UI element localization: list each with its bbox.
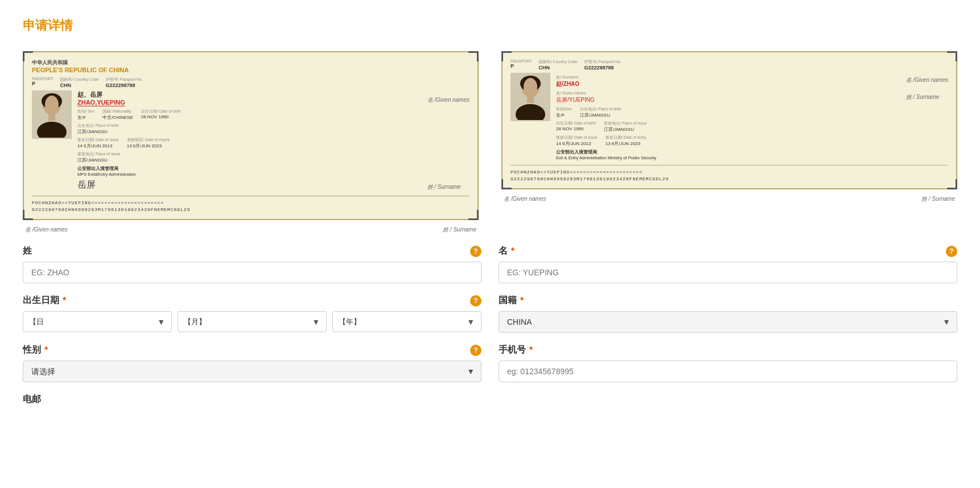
passport-country-code-block: 国家码/ Country Code CHN (60, 77, 98, 88)
form-group-email: 电邮 (23, 394, 481, 410)
form-group-gender: 性别 * ? 请选择 男/Male 女/Female ▼ (23, 344, 481, 382)
passport-header-left: 中华人民共和国 PEOPLE'S REPUBLIC OF CHINA (32, 59, 470, 73)
republic-label: 中华人民共和国 PEOPLE'S REPUBLIC OF CHINA (32, 59, 470, 73)
svg-point-8 (516, 104, 545, 120)
corner-tr-r (947, 51, 957, 61)
nationality-select-wrapper: CHINA OTHER ▼ (499, 311, 957, 333)
form-group-nationality: 国籍 * CHINA OTHER ▼ (499, 295, 957, 333)
passport-labels-below-left: 名 /Given names 姓 / Surname (23, 226, 479, 234)
passport-photo-right (510, 73, 550, 121)
date-selects: 【日 12345 678910 1112131415 1617181920 21… (23, 311, 481, 332)
corner-tr (468, 51, 479, 61)
passport-mrz-right: POCHNZHAO<<YUEPING<<<<<<<<<<<<<<<<<<<<<<… (510, 165, 948, 183)
passport-no-block: 护照号/ Passport No. G222298788 (106, 77, 143, 88)
surname-input[interactable] (23, 262, 481, 283)
nationality-label: 国籍 * (499, 295, 957, 307)
given-names-input[interactable] (499, 262, 957, 283)
form-group-given-names: 名 * ? (499, 245, 957, 283)
gender-label: 性别 * ? (23, 344, 481, 356)
month-select[interactable]: 【月】 12345 678910 1112 (178, 311, 327, 332)
passport-section: 中华人民共和国 PEOPLE'S REPUBLIC OF CHINA PASSP… (23, 51, 957, 234)
passport-signature-left: 岳屏 (77, 179, 422, 191)
passport-card-left: 中华人民共和国 PEOPLE'S REPUBLIC OF CHINA PASSP… (23, 51, 479, 220)
corner-br (468, 210, 479, 220)
corner-tl (23, 51, 33, 61)
passport-mrz-left: POCHNZHAO<<YUEPING<<<<<<<<<<<<<<<<<<<<<<… (32, 196, 470, 213)
given-names-help-icon[interactable]: ? (946, 246, 957, 257)
form-group-dob: 出生日期 * ? 【日 12345 678910 1112131415 1617… (23, 295, 481, 333)
dob-help-icon[interactable]: ? (470, 295, 481, 307)
passport-body-left: 赵、岳屏 ZHAO,YUEPING 性别/ Sex 女/F 国籍/ Nation… (32, 90, 470, 191)
email-label: 电邮 (23, 394, 481, 406)
passport-labels-below-right: 名 /Given names 姓 / Surname (501, 195, 957, 203)
day-select[interactable]: 【日 12345 678910 1112131415 1617181920 21… (23, 311, 172, 332)
surname-help-icon[interactable]: ? (470, 246, 481, 257)
passport-type-block: PASSPORT P (32, 77, 53, 88)
page-title: 申请详情 (23, 17, 957, 34)
passport-left: 中华人民共和国 PEOPLE'S REPUBLIC OF CHINA PASSP… (23, 51, 479, 234)
passport-annotations-right: 名 /Given names 姓 / Surname (906, 73, 948, 160)
passport-body-right: 姓/ Surname 赵/ZHAO 名/ Given names 岳屏/YUEP… (510, 73, 948, 160)
corner-br-r (947, 179, 957, 189)
form-section: 姓 ? 名 * ? 出生日期 * ? (23, 245, 957, 410)
form-row-email: 电邮 (23, 394, 957, 410)
month-select-wrapper: 【月】 12345 678910 1112 ▼ (178, 311, 327, 332)
form-row-gender-phone: 性别 * ? 请选择 男/Male 女/Female ▼ 手机号 * (23, 344, 957, 382)
passport-photo-left (32, 90, 72, 139)
form-group-surname: 姓 ? (23, 245, 481, 283)
corner-tl-r (501, 51, 512, 61)
svg-rect-4 (48, 113, 55, 121)
year-select-wrapper: 【年】 1990199119921993 1994199519961997 19… (332, 311, 481, 332)
form-group-phone: 手机号 * (499, 344, 957, 382)
day-select-wrapper: 【日 12345 678910 1112131415 1617181920 21… (23, 311, 172, 332)
passport-top-fields-right: PASSPORT P 国家码/ Country Code CHN 护照号/ Pa… (510, 59, 948, 71)
passport-right: PASSPORT P 国家码/ Country Code CHN 护照号/ Pa… (501, 51, 957, 234)
passport-annotations-left: 名 /Given names 姓 / Surname (427, 90, 470, 191)
passport-top-fields: PASSPORT P 国家码/ Country Code CHN 护照号/ Pa… (32, 77, 470, 88)
svg-rect-9 (527, 95, 534, 103)
phone-input[interactable] (499, 361, 957, 382)
gender-select-wrapper: 请选择 男/Male 女/Female ▼ (23, 361, 481, 382)
corner-bl (23, 210, 33, 220)
dob-label: 出生日期 * ? (23, 295, 481, 307)
svg-point-7 (524, 78, 537, 96)
svg-point-2 (45, 96, 59, 114)
gender-help-icon[interactable]: ? (470, 345, 481, 356)
form-row-dob-nationality: 出生日期 * ? 【日 12345 678910 1112131415 1617… (23, 295, 957, 333)
passport-info-right: 姓/ Surname 赵/ZHAO 名/ Given names 岳屏/YUEP… (556, 73, 900, 160)
phone-label: 手机号 * (499, 344, 957, 356)
surname-label: 姓 ? (23, 245, 481, 257)
passport-card-right: PASSPORT P 国家码/ Country Code CHN 护照号/ Pa… (501, 51, 957, 189)
form-row-names: 姓 ? 名 * ? (23, 245, 957, 283)
corner-bl-r (501, 179, 512, 189)
year-select[interactable]: 【年】 1990199119921993 1994199519961997 19… (332, 311, 481, 332)
given-names-label: 名 * ? (499, 245, 957, 257)
gender-select[interactable]: 请选择 男/Male 女/Female (23, 361, 481, 382)
svg-point-3 (37, 122, 67, 138)
nationality-select[interactable]: CHINA OTHER (499, 311, 957, 333)
passport-info-left: 赵、岳屏 ZHAO,YUEPING 性别/ Sex 女/F 国籍/ Nation… (77, 90, 422, 191)
